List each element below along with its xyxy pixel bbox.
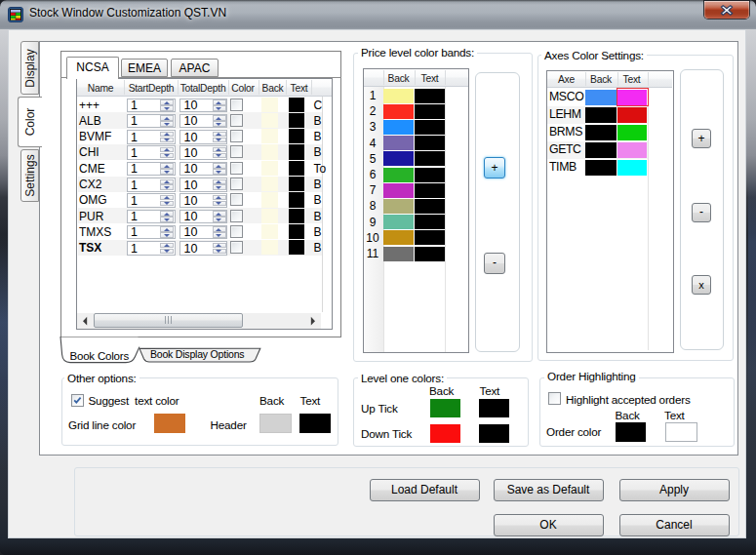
svg-text:Book Display Options: Book Display Options [150,348,244,360]
svg-text:Book Colors: Book Colors [70,350,130,362]
